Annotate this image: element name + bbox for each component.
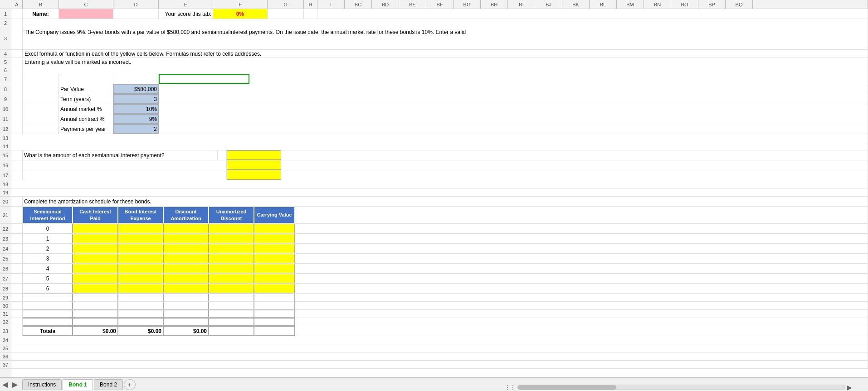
period-4: 4 — [23, 264, 73, 273]
scrollbar-track[interactable] — [517, 385, 845, 390]
unamortized-5[interactable] — [209, 274, 254, 283]
bond-6[interactable] — [118, 284, 163, 293]
period-5: 5 — [23, 274, 73, 283]
period-0: 0 — [23, 224, 73, 233]
row-36 — [11, 352, 868, 361]
col-header-be: BE — [399, 0, 426, 9]
col-header-a: A — [11, 0, 23, 9]
row-20: Complete the amortization schedule for t… — [11, 197, 868, 207]
col-header-bf: BF — [426, 0, 454, 9]
description-line3: Excel formula or function in each of the… — [23, 50, 868, 58]
discount-amort-5[interactable] — [163, 274, 209, 283]
tab-scroll-right[interactable]: ▶ — [12, 380, 18, 389]
scroll-right-arrow[interactable]: ▶ — [847, 384, 852, 391]
annual-contract-cell[interactable]: 9% — [113, 114, 159, 124]
unamortized-2[interactable] — [209, 244, 254, 253]
formula-bar-cell[interactable] — [159, 74, 249, 84]
unamortized-3[interactable] — [209, 254, 254, 263]
bond-2[interactable] — [118, 244, 163, 253]
cell-a1 — [11, 9, 23, 19]
question1-answer-mid[interactable] — [227, 160, 281, 170]
score-label: Your score this tab: — [159, 9, 213, 19]
cash-5[interactable] — [73, 274, 118, 283]
carrying-0[interactable] — [254, 224, 295, 233]
table-row-totals: Totals $0.00 $0.00 $0.00 — [11, 326, 868, 336]
annual-market-cell[interactable]: 10% — [113, 104, 159, 114]
tab-scroll-left[interactable]: ◀ — [2, 380, 8, 389]
col-header-cash: Cash Interest Paid — [73, 207, 118, 223]
col-header-bq: BQ — [726, 0, 753, 9]
cash-3[interactable] — [73, 254, 118, 263]
row-1: Name: Your score this tab: 0% — [11, 9, 868, 19]
totals-label: Totals — [23, 326, 73, 336]
col-header-bm: BM — [617, 0, 644, 9]
cash-4[interactable] — [73, 264, 118, 273]
col-header-c: C — [59, 0, 113, 9]
col-header-discount-amort: Discount Amortization — [163, 207, 209, 223]
tab-instructions[interactable]: Instructions — [22, 379, 62, 390]
row-21-header: Semiannual Interest Period Cash Interest… — [11, 207, 868, 224]
table-row-empty-4 — [11, 318, 868, 326]
row-3: The Company issues 9%, 3-year bonds with… — [11, 27, 868, 50]
table-row-empty-2 — [11, 302, 868, 310]
tab-bond2[interactable]: Bond 2 — [94, 379, 123, 390]
totals-cash: $0.00 — [73, 326, 118, 336]
tab-bond1[interactable]: Bond 1 — [63, 379, 93, 390]
question1-answer-bot[interactable] — [227, 170, 281, 180]
bond-5[interactable] — [118, 274, 163, 283]
question1-answer-top[interactable] — [227, 150, 281, 160]
col-header-h: H — [304, 0, 317, 9]
scrollbar-thumb[interactable] — [518, 385, 616, 390]
carrying-3[interactable] — [254, 254, 295, 263]
row-6 — [11, 66, 868, 74]
bond-0[interactable] — [118, 224, 163, 233]
cash-1[interactable] — [73, 234, 118, 243]
discount-amort-3[interactable] — [163, 254, 209, 263]
totals-bond: $0.00 — [118, 326, 163, 336]
row-10: Annual market % 10% — [11, 104, 868, 114]
carrying-1[interactable] — [254, 234, 295, 243]
unamortized-6[interactable] — [209, 284, 254, 293]
table-title: Complete the amortization schedule for t… — [23, 197, 868, 206]
period-1: 1 — [23, 234, 73, 243]
carrying-4[interactable] — [254, 264, 295, 273]
column-headers: A B C D E F G H I BC BD BE BF BG BH BI B… — [0, 0, 868, 9]
discount-amort-6[interactable] — [163, 284, 209, 293]
carrying-5[interactable] — [254, 274, 295, 283]
cash-0[interactable] — [73, 224, 118, 233]
col-header-b: B — [23, 0, 59, 9]
cash-2[interactable] — [73, 244, 118, 253]
discount-amort-4[interactable] — [163, 264, 209, 273]
discount-amort-2[interactable] — [163, 244, 209, 253]
score-value: 0% — [213, 9, 268, 19]
par-value-cell[interactable]: $580,000 — [113, 84, 159, 94]
period-6: 6 — [23, 284, 73, 293]
cash-6[interactable] — [73, 284, 118, 293]
unamortized-0[interactable] — [209, 224, 254, 233]
col-header-d: D — [113, 0, 159, 9]
name-label: Name: — [23, 9, 59, 19]
discount-amort-0[interactable] — [163, 224, 209, 233]
carrying-6[interactable] — [254, 284, 295, 293]
table-row-6: 6 — [11, 284, 868, 294]
horizontal-scrollbar[interactable]: ⋮⋮ ▶ — [505, 384, 852, 391]
name-input[interactable] — [59, 9, 113, 19]
table-row-empty-1 — [11, 294, 868, 302]
discount-amort-1[interactable] — [163, 234, 209, 243]
bond-3[interactable] — [118, 254, 163, 263]
bond-4[interactable] — [118, 264, 163, 273]
row-5: Entering a value will be marked as incor… — [11, 58, 868, 66]
annual-market-label: Annual market % — [59, 104, 113, 114]
carrying-2[interactable] — [254, 244, 295, 253]
unamortized-1[interactable] — [209, 234, 254, 243]
col-header-bo: BO — [671, 0, 698, 9]
col-header-bl: BL — [590, 0, 617, 9]
row-14 — [11, 142, 868, 150]
tab-add[interactable]: + — [124, 379, 136, 390]
unamortized-4[interactable] — [209, 264, 254, 273]
annual-contract-label: Annual contract % — [59, 114, 113, 124]
term-cell[interactable]: 3 — [113, 94, 159, 104]
payments-cell[interactable]: 2 — [113, 124, 159, 134]
bond-1[interactable] — [118, 234, 163, 243]
col-header-bp: BP — [698, 0, 726, 9]
